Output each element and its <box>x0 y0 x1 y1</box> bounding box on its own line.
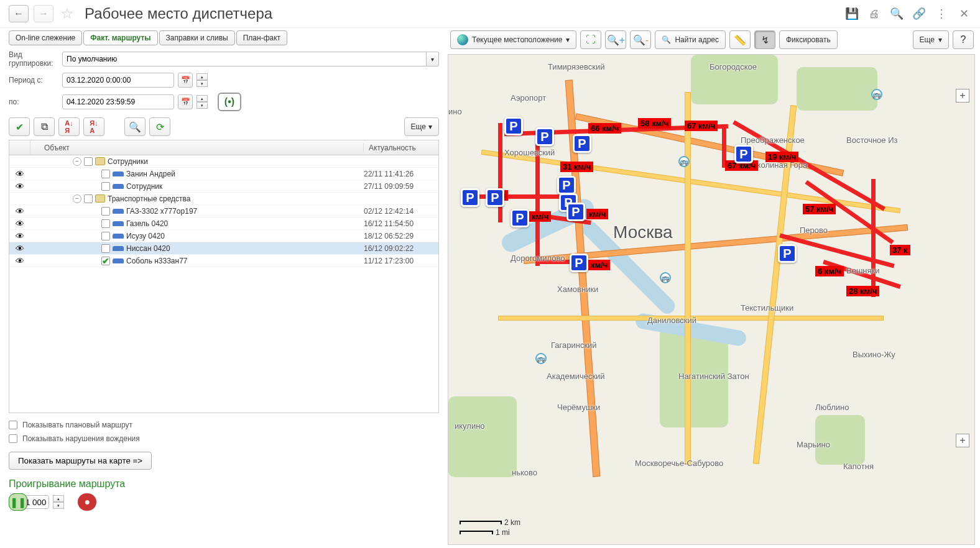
eye-icon[interactable]: 👁 <box>16 206 24 216</box>
parking-icon[interactable]: P <box>486 188 504 207</box>
show-routes-button[interactable]: Показать маршруты на карте => <box>9 452 152 470</box>
copy-button[interactable]: ⧉ <box>34 117 55 136</box>
tree-row[interactable]: 👁 Ниссан 0420 16/12 09:02:22 <box>9 242 438 255</box>
parking-icon[interactable]: P <box>461 188 479 207</box>
eye-icon[interactable]: 👁 <box>16 219 24 229</box>
show-violations-checkbox[interactable] <box>9 434 17 443</box>
close-icon[interactable]: ✕ <box>956 6 971 21</box>
map-help-button[interactable]: ? <box>953 30 974 49</box>
show-plan-checkbox[interactable] <box>9 421 17 429</box>
group-checkbox[interactable] <box>84 157 93 166</box>
item-checkbox[interactable] <box>101 207 110 216</box>
pause-button[interactable]: ❚❚ <box>9 493 27 511</box>
search-button[interactable]: 🔍 <box>124 117 146 136</box>
tree-row[interactable]: 👁 ✔ Соболь н333ан77 11/12 17:23:00 <box>9 255 438 267</box>
eye-icon[interactable]: 👁 <box>16 244 24 253</box>
tree-row[interactable]: 👁 Сотрудник 27/11 09:09:59 <box>9 180 438 193</box>
eye-icon[interactable]: 👁 <box>16 169 24 179</box>
map-canvas[interactable]: ТимирязевскийБогородскоеАэропортиноПреоб… <box>448 54 975 545</box>
favorite-star-icon[interactable]: ☆ <box>58 5 76 22</box>
fit-button[interactable]: ⛶ <box>580 30 601 49</box>
calendar-from-button[interactable]: 📅 <box>178 73 193 88</box>
tab-3[interactable]: План-факт <box>236 30 287 45</box>
speed-badge: 37 к <box>890 245 910 255</box>
tree-row[interactable]: 👁 Газель 0420 16/12 11:54:50 <box>9 217 438 230</box>
tree-row[interactable]: 👁 Исузу 0420 18/12 06:52:29 <box>9 230 438 242</box>
zoom-out-button[interactable]: 🔍- <box>630 30 651 49</box>
period-to-input[interactable] <box>62 94 174 109</box>
map-zoom-plus-2[interactable]: + <box>956 434 969 447</box>
column-relevance[interactable]: Актуальность <box>364 144 438 152</box>
tab-2[interactable]: Заправки и сливы <box>159 30 235 45</box>
eye-icon[interactable]: 👁 <box>16 181 24 191</box>
sync-button[interactable]: (•) <box>218 93 241 111</box>
parking-icon[interactable]: P <box>570 253 588 272</box>
eye-icon[interactable]: 👁 <box>16 231 24 241</box>
refresh-button[interactable]: ⟳ <box>149 117 170 136</box>
parking-icon[interactable]: P <box>504 117 523 135</box>
group-label: Транспортные средства <box>108 194 190 203</box>
parking-icon[interactable]: P <box>573 134 591 153</box>
district-label: икулино <box>455 421 485 431</box>
item-checkbox[interactable] <box>101 219 110 228</box>
route-tool-button[interactable]: ↯ <box>754 30 775 49</box>
link-icon[interactable]: 🔗 <box>912 6 927 21</box>
district-label: Восточное Из <box>846 135 897 145</box>
tab-0[interactable]: On-line слежение <box>9 30 82 45</box>
parking-icon[interactable]: P <box>734 145 753 163</box>
district-label: Дорогомилово <box>511 253 565 263</box>
collapse-icon[interactable]: − <box>73 157 81 166</box>
parking-icon[interactable]: P <box>535 127 554 146</box>
nav-back-button[interactable]: ← <box>9 5 29 22</box>
group-checkbox[interactable] <box>84 194 93 203</box>
sort-asc-button[interactable]: А↓Я <box>58 117 80 136</box>
record-button[interactable]: ● <box>78 493 96 511</box>
map-zoom-in[interactable]: + <box>956 89 969 103</box>
collapse-icon[interactable]: − <box>73 194 81 203</box>
check-all-button[interactable]: ✔ <box>9 117 30 136</box>
zoom-in-button[interactable]: 🔍+ <box>605 30 626 49</box>
item-label: Занин Андрей <box>126 170 175 178</box>
item-checkbox[interactable] <box>101 232 110 240</box>
playback-title: Проигрывание маршрута <box>9 478 439 490</box>
tree-row[interactable]: 👁 Занин Андрей 22/11 11:41:26 <box>9 168 438 180</box>
item-checkbox[interactable] <box>101 170 110 178</box>
current-location-button[interactable]: Текущее местоположение ▾ <box>450 30 576 49</box>
save-icon[interactable]: 💾 <box>844 6 859 21</box>
item-time: 02/12 12:42:14 <box>364 207 438 216</box>
sort-desc-button[interactable]: Я↓А <box>83 117 104 136</box>
toolbar-more-button[interactable]: Еще ▾ <box>404 117 439 136</box>
item-time: 22/11 11:41:26 <box>364 170 438 178</box>
item-checkbox[interactable]: ✔ <box>101 257 110 265</box>
show-violations-label: Показывать нарушения вождения <box>22 434 140 443</box>
column-object[interactable]: Объект <box>30 144 364 152</box>
more-menu-icon[interactable]: ⋮ <box>934 6 949 21</box>
district-label: Тимирязевский <box>548 62 604 71</box>
print-icon[interactable]: 🖨 <box>867 6 882 21</box>
nav-forward-button[interactable]: → <box>34 5 53 22</box>
item-checkbox[interactable] <box>101 244 110 253</box>
from-spinner[interactable]: ▴▾ <box>196 73 208 87</box>
item-checkbox[interactable] <box>101 182 110 191</box>
parking-icon[interactable]: P <box>511 209 529 227</box>
grouping-select[interactable] <box>62 52 427 66</box>
eye-icon[interactable]: 👁 <box>16 256 24 266</box>
preview-icon[interactable]: 🔍 <box>889 6 904 21</box>
grouping-dropdown-btn[interactable]: ▾ <box>427 52 439 66</box>
map-center-label: Москва <box>613 222 673 242</box>
fix-button[interactable]: Фиксировать <box>779 30 838 49</box>
parking-icon[interactable]: P <box>778 244 797 263</box>
find-address-button[interactable]: 🔍 Найти адрес <box>655 30 726 49</box>
tree-row[interactable]: 👁 ГАЗ-3302 х777ор197 02/12 12:42:14 <box>9 205 438 217</box>
k-spinner[interactable]: ▴▾ <box>53 495 64 509</box>
parking-icon[interactable]: P <box>557 176 576 194</box>
calendar-to-button[interactable]: 📅 <box>178 94 193 109</box>
speed-badge: км/ч <box>588 260 610 270</box>
district-label: Вешняки <box>846 266 880 275</box>
ruler-button[interactable]: 📏 <box>729 30 751 49</box>
period-from-input[interactable] <box>62 73 174 88</box>
map-more-button[interactable]: Еще ▾ <box>913 30 949 49</box>
to-spinner[interactable]: ▴▾ <box>196 95 208 109</box>
tab-1[interactable]: Факт. маршруты <box>83 30 157 45</box>
parking-icon[interactable]: P <box>566 203 585 221</box>
